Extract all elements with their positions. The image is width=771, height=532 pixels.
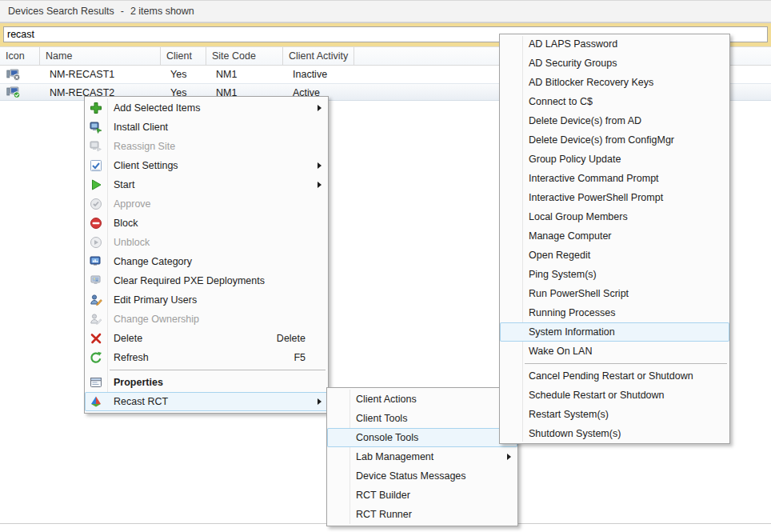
submenu-arrow-icon: [507, 454, 511, 460]
block-icon: [90, 217, 102, 230]
menu-separator: [85, 367, 328, 373]
column-header-client-activity[interactable]: Client Activity: [283, 47, 354, 65]
menu-item-label: RCT Builder: [356, 490, 410, 501]
clear-pxe-icon: [90, 274, 102, 287]
results-header: Devices Search Results-2 items shown: [0, 0, 771, 22]
column-header-client[interactable]: Client: [161, 47, 206, 65]
menu-item-client-tools[interactable]: Client Tools: [327, 409, 517, 428]
menu-item-recast-rct[interactable]: Recast RCT: [85, 392, 328, 411]
menu-item-delete-device-s-from-configmgr[interactable]: Delete Device(s) from ConfigMgr: [500, 130, 729, 150]
menu-item-label: Console Tools: [356, 432, 418, 443]
menu-item-label: Properties: [114, 377, 163, 388]
menu-item-approve: Approve: [85, 194, 328, 214]
recast-icon: [90, 395, 102, 408]
menu-item-install-client[interactable]: Install Client: [85, 118, 328, 137]
start-icon: [90, 178, 102, 191]
menu-item-shutdown-system-s[interactable]: Shutdown System(s): [500, 424, 729, 443]
menu-item-client-actions[interactable]: Client Actions: [327, 390, 517, 409]
menu-item-ad-bitlocker-recovery-keys[interactable]: AD Bitlocker Recovery Keys: [500, 73, 729, 92]
menu-item-change-category[interactable]: Change Category: [85, 252, 328, 271]
menu-item-running-processes[interactable]: Running Processes: [500, 303, 729, 322]
menu-item-label: Ping System(s): [529, 269, 597, 280]
menu-item-label: Approve: [114, 198, 151, 210]
menu-item-wake-on-lan[interactable]: Wake On LAN: [500, 342, 729, 361]
menu-item-label: Change Ownership: [114, 314, 199, 325]
cell-client-activity: Inactive: [283, 66, 354, 83]
submenu-arrow-icon: [318, 182, 322, 188]
menu-item-label: Device Status Messages: [356, 470, 466, 482]
menu-item-label: Client Settings: [114, 160, 178, 171]
menu-item-label: Reassign Site: [114, 141, 175, 152]
menu-item-label: Block: [114, 218, 138, 229]
refresh-icon: [90, 351, 102, 364]
menu-item-rct-runner[interactable]: RCT Runner: [327, 505, 517, 524]
menu-item-label: Client Actions: [356, 394, 417, 405]
menu-item-properties[interactable]: Properties: [85, 373, 328, 392]
menu-item-lab-management[interactable]: Lab Management: [327, 447, 517, 466]
menu-item-system-information[interactable]: System Information: [500, 322, 729, 342]
menu-item-block[interactable]: Block: [85, 214, 328, 233]
device-context-menu: Add Selected ItemsInstall ClientReassign…: [84, 96, 329, 414]
menu-item-unblock: Unblock: [85, 233, 328, 252]
menu-item-reassign-site: Reassign Site: [85, 137, 328, 156]
menu-item-delete-device-s-from-ad[interactable]: Delete Device(s) from AD: [500, 111, 729, 130]
menu-item-label: Shutdown System(s): [529, 428, 621, 439]
menu-item-label: Recast RCT: [114, 396, 168, 407]
menu-item-console-tools[interactable]: Console Tools: [327, 428, 517, 447]
menu-item-delete[interactable]: DeleteDelete: [85, 329, 328, 348]
menu-item-ad-laps-password[interactable]: AD LAPS Password: [500, 34, 729, 54]
menu-item-label: RCT Runner: [356, 509, 412, 520]
menu-item-client-settings[interactable]: Client Settings: [85, 156, 328, 175]
menu-item-label: Lab Management: [356, 451, 433, 462]
menu-item-label: Delete Device(s) from AD: [529, 115, 641, 126]
menu-item-label: Clear Required PXE Deployments: [114, 275, 265, 286]
items-count: 2 items shown: [130, 6, 194, 17]
change-ownership-icon: [90, 313, 102, 326]
menu-item-manage-computer[interactable]: Manage Computer: [500, 226, 729, 246]
menu-item-connect-to-c[interactable]: Connect to C$: [500, 92, 729, 111]
column-header-name[interactable]: Name: [40, 47, 161, 65]
menu-item-label: Edit Primary Users: [114, 294, 197, 306]
menu-item-label: Install Client: [114, 122, 168, 133]
menu-item-label: Change Category: [114, 256, 192, 267]
device-active-icon: [0, 84, 40, 100]
menu-item-rct-builder[interactable]: RCT Builder: [327, 486, 517, 505]
menu-item-device-status-messages[interactable]: Device Status Messages: [327, 466, 517, 486]
menu-item-label: Cancel Pending Restart or Shutdown: [529, 370, 693, 382]
submenu-arrow-icon: [318, 162, 322, 169]
menu-item-label: AD Security Groups: [529, 58, 617, 69]
devices-search-results-pane: Devices Search Results-2 items shown Ico…: [0, 0, 771, 532]
edit-primary-users-icon: [90, 294, 102, 306]
menu-item-label: Manage Computer: [529, 230, 612, 242]
menu-item-clear-required-pxe-deployments[interactable]: Clear Required PXE Deployments: [85, 271, 328, 290]
menu-item-local-group-members[interactable]: Local Group Members: [500, 207, 729, 226]
menu-item-refresh[interactable]: RefreshF5: [85, 348, 328, 367]
menu-item-start[interactable]: Start: [85, 175, 328, 194]
menu-item-schedule-restart-or-shutdown[interactable]: Schedule Restart or Shutdown: [500, 386, 729, 405]
menu-separator: [500, 361, 729, 366]
page-title: Devices Search Results: [8, 6, 114, 17]
console-tools-submenu: AD LAPS PasswordAD Security GroupsAD Bit…: [499, 34, 730, 444]
menu-item-group-policy-update[interactable]: Group Policy Update: [500, 150, 729, 169]
menu-item-cancel-pending-restart-or-shutdown[interactable]: Cancel Pending Restart or Shutdown: [500, 366, 729, 386]
menu-item-label: Running Processes: [529, 307, 615, 318]
menu-item-restart-system-s[interactable]: Restart System(s): [500, 405, 729, 424]
menu-item-open-regedit[interactable]: Open Regedit: [500, 246, 729, 265]
menu-item-label: System Information: [529, 326, 615, 338]
menu-item-label: Schedule Restart or Shutdown: [529, 390, 665, 401]
column-header-site-code[interactable]: Site Code: [206, 47, 283, 65]
menu-item-ping-system-s[interactable]: Ping System(s): [500, 265, 729, 284]
menu-item-edit-primary-users[interactable]: Edit Primary Users: [85, 290, 328, 310]
shortcut-label: Delete: [277, 333, 306, 344]
install-client-icon: [90, 121, 102, 134]
menu-item-run-powershell-script[interactable]: Run PowerShell Script: [500, 284, 729, 303]
menu-item-interactive-command-prompt[interactable]: Interactive Command Prompt: [500, 169, 729, 188]
column-header-icon[interactable]: Icon: [0, 47, 40, 65]
menu-item-add-selected-items[interactable]: Add Selected Items: [85, 98, 328, 118]
menu-item-interactive-powershell-prompt[interactable]: Interactive PowerShell Prompt: [500, 188, 729, 207]
recast-rct-submenu: Client ActionsClient ToolsConsole ToolsL…: [326, 387, 518, 526]
approve-icon: [90, 198, 102, 210]
properties-icon: [90, 376, 102, 389]
menu-item-label: Run PowerShell Script: [529, 288, 629, 299]
menu-item-ad-security-groups[interactable]: AD Security Groups: [500, 54, 729, 73]
